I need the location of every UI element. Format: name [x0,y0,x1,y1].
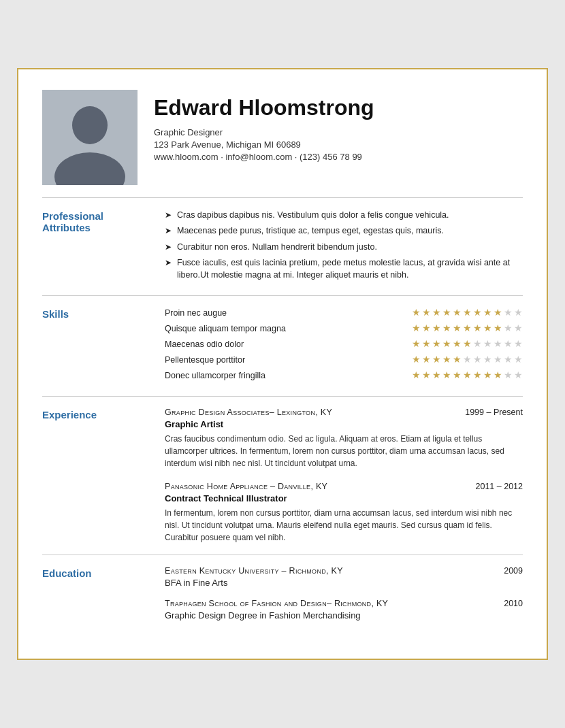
filled-star: ★ [412,322,421,334]
empty-star: ★ [483,338,492,350]
filled-star: ★ [483,369,492,381]
attr-text: Cras dapibus dapibus nis. Vestibulum qui… [177,209,449,221]
candidate-title: Graphic Designer [154,127,523,137]
empty-star: ★ [463,354,472,365]
filled-star: ★ [422,369,431,381]
empty-star: ★ [494,338,502,350]
skill-stars: ★★★★★★★★★★★ [412,354,523,365]
empty-star: ★ [504,338,513,350]
skill-name: Quisque aliquam tempor magna [165,324,286,333]
candidate-contact: www.hloom.com · info@hloom.com · (123) 4… [154,152,523,162]
filled-star: ★ [494,307,502,318]
education-entry: Eastern Kentucky University – Richmond, … [165,566,523,588]
professional-attributes-section: Professional Attributes ➤ Cras dapibus d… [42,198,523,296]
exp-description: Cras faucibus condimentum odio. Sed ac l… [165,433,523,469]
filled-star: ★ [422,338,431,350]
filled-star: ★ [412,307,421,318]
arrow-icon: ➤ [165,210,172,221]
edu-header: Eastern Kentucky University – Richmond, … [165,566,523,576]
exp-header: Panasonic Home Appliance – Danville, KY … [165,482,523,491]
filled-star: ★ [494,369,502,381]
filled-star: ★ [422,354,431,365]
filled-star: ★ [494,322,502,334]
skill-stars: ★★★★★★★★★★★ [412,307,523,318]
skill-row: Maecenas odio dolor★★★★★★★★★★★ [165,338,523,350]
edu-year: 2010 [504,599,523,608]
filled-star: ★ [412,369,421,381]
education-label: Education [42,566,151,621]
filled-star: ★ [432,338,441,350]
empty-star: ★ [504,307,513,318]
filled-star: ★ [442,354,451,365]
skills-label: Skills [42,307,151,385]
list-item: ➤ Fusce iaculis, est quis lacinia pretiu… [165,257,523,281]
skill-stars: ★★★★★★★★★★★ [412,322,523,334]
edu-school: Eastern Kentucky University – Richmond, … [165,566,343,576]
professional-attributes-content: ➤ Cras dapibus dapibus nis. Vestibulum q… [165,209,523,284]
avatar [42,90,138,185]
edu-degree: BFA in Fine Arts [165,578,523,588]
attr-text: Maecenas pede purus, tristique ac, tempu… [177,225,444,237]
filled-star: ★ [463,369,472,381]
filled-star: ★ [432,354,441,365]
filled-star: ★ [432,307,441,318]
skill-name: Pellentesque porttitor [165,355,245,365]
education-content: Eastern Kentucky University – Richmond, … [165,566,523,621]
professional-attributes-label: Professional Attributes [42,209,151,284]
experience-section: Experience Graphic Design Associates– Le… [42,397,523,555]
experience-entry: Panasonic Home Appliance – Danville, KY … [165,482,523,544]
empty-star: ★ [514,322,523,334]
filled-star: ★ [442,307,451,318]
skills-section: Skills Proin nec augue★★★★★★★★★★★Quisque… [42,296,523,397]
exp-header: Graphic Design Associates– Lexington, KY… [165,408,523,417]
empty-star: ★ [504,354,513,365]
header-section: Edward Hloomstrong Graphic Designer 123 … [42,90,523,198]
edu-header: Traphagen School of Fashion and Design– … [165,599,523,608]
filled-star: ★ [432,369,441,381]
exp-years: 1999 – Present [465,408,523,417]
filled-star: ★ [422,307,431,318]
attr-text: Curabitur non eros. Nullam hendrerit bib… [177,241,377,253]
filled-star: ★ [473,369,482,381]
arrow-icon: ➤ [165,242,172,253]
filled-star: ★ [463,307,472,318]
skills-content: Proin nec augue★★★★★★★★★★★Quisque aliqua… [165,307,523,385]
skill-stars: ★★★★★★★★★★★ [412,338,523,350]
skill-row: Quisque aliquam tempor magna★★★★★★★★★★★ [165,322,523,334]
filled-star: ★ [483,307,492,318]
filled-star: ★ [463,338,472,350]
svg-point-1 [72,106,108,144]
skill-row: Proin nec augue★★★★★★★★★★★ [165,307,523,318]
empty-star: ★ [514,307,523,318]
filled-star: ★ [453,354,462,365]
filled-star: ★ [453,369,462,381]
filled-star: ★ [473,322,482,334]
resume-page: Edward Hloomstrong Graphic Designer 123 … [17,68,548,660]
candidate-address: 123 Park Avenue, Michigan MI 60689 [154,139,523,150]
experience-entry: Graphic Design Associates– Lexington, KY… [165,408,523,469]
empty-star: ★ [514,354,523,365]
filled-star: ★ [422,322,431,334]
filled-star: ★ [483,322,492,334]
skill-name: Donec ullamcorper fringilla [165,371,265,380]
list-item: ➤ Maecenas pede purus, tristique ac, tem… [165,225,523,237]
filled-star: ★ [442,322,451,334]
empty-star: ★ [473,354,482,365]
edu-degree: Graphic Design Degree in Fashion Merchan… [165,610,523,621]
attributes-list: ➤ Cras dapibus dapibus nis. Vestibulum q… [165,209,523,281]
skill-row: Pellentesque porttitor★★★★★★★★★★★ [165,354,523,365]
exp-company: Graphic Design Associates– Lexington, KY [165,408,332,417]
skill-row: Donec ullamcorper fringilla★★★★★★★★★★★ [165,369,523,381]
empty-star: ★ [504,369,513,381]
empty-star: ★ [483,354,492,365]
filled-star: ★ [442,338,451,350]
education-entry: Traphagen School of Fashion and Design– … [165,599,523,621]
filled-star: ★ [412,338,421,350]
list-item: ➤ Cras dapibus dapibus nis. Vestibulum q… [165,209,523,221]
education-section: Education Eastern Kentucky University – … [42,555,523,631]
skill-name: Maecenas odio dolor [165,340,244,349]
edu-year: 2009 [504,566,523,576]
filled-star: ★ [473,307,482,318]
empty-star: ★ [473,338,482,350]
skill-stars: ★★★★★★★★★★★ [412,369,523,381]
